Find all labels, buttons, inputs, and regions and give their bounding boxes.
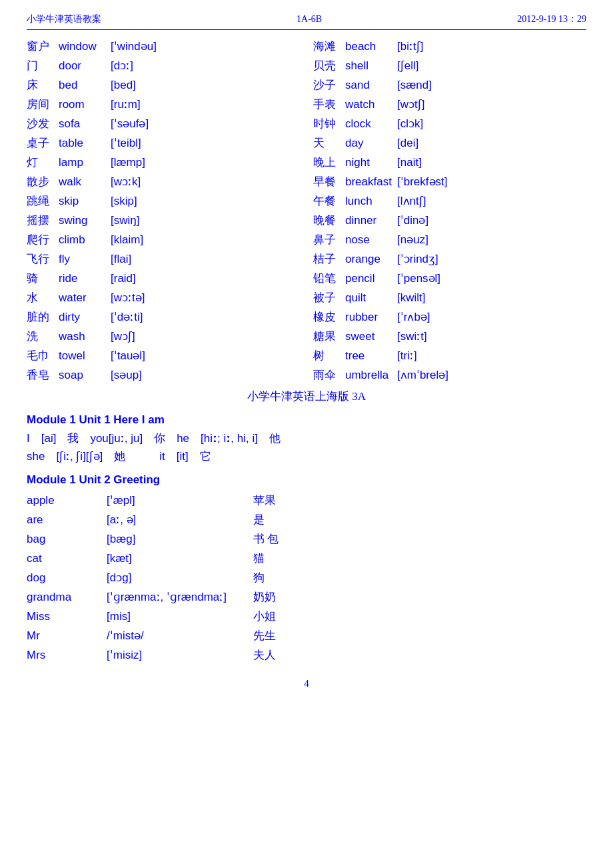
vocab-row-right: 树tree[triː] [313,346,586,365]
vocab-phon: [swiːt] [397,329,464,343]
vocab-zh: 糖果 [313,329,340,344]
v3a-zh: 奶奶 [253,589,276,605]
vocab-row-left: 门door[dɔː] [27,56,300,75]
vocab-zh: 鼻子 [313,232,340,247]
vocab-phon: [kwilt] [397,291,464,305]
vocab-phon: [nait] [397,156,464,169]
vocab-zh: 海滩 [313,39,340,54]
vocab-row-left: 散步walk[wɔːk] [27,172,300,191]
vocab-zh: 贝壳 [313,58,340,73]
vocab-en: quilt [345,291,392,305]
vocab-row-left: 骑ride[raid] [27,269,300,288]
vocab-row-right: 天day[dei] [313,133,586,153]
vocab-row-left: 房间room[ruːm] [27,95,300,114]
vocab-zh: 毛巾 [27,348,53,363]
vocab-phon: [wɔtʃ] [397,97,464,111]
vocab-row-left: 洗wash[wɔʃ] [27,327,300,346]
vocab-phon: [ˈwindəu] [111,39,177,53]
vocab-row-left: 沙发sofa[ˈsəufə] [27,114,300,133]
vocab-en: dinner [345,214,392,227]
vocab-phon: [swiŋ] [111,214,177,227]
vocab-phon: [ˈdinə] [397,213,464,227]
vocab-phon: [sænd] [397,79,464,92]
vocab-zh: 手表 [313,97,340,112]
module1-unit2-title: Module 1 Unit 2 Greeting [27,473,586,487]
vocab-en: night [345,156,392,169]
v3a-zh: 是 [253,512,265,527]
vocab3a-row: Mrs[ˈmisiz]夫人 [27,645,586,665]
vocab-en: window [59,40,105,53]
vocab-row-right: 晚餐dinner[ˈdinə] [313,211,586,230]
header-left: 小学牛津英语教案 [27,13,101,25]
vocab-row-right: 被子quilt[kwilt] [313,288,586,307]
vocab-en: beach [345,40,392,53]
vocab-en: swing [59,214,105,227]
vocab-zh: 门 [27,58,53,73]
v3a-zh: 夫人 [253,647,276,663]
v3a-zh: 书 包 [253,531,279,547]
vocab-phon: [ˈsəufə] [111,117,177,131]
vocab-phon: [ˈtauəl] [111,349,177,363]
vocab-en: nose [345,233,392,247]
vocab-zh: 洗 [27,329,53,344]
vocab-en: orange [345,253,392,266]
vocab-en: rubber [345,311,392,324]
vocab-en: sweet [345,330,392,343]
v3a-en: Mrs [27,649,107,662]
vocab-zh: 树 [313,348,340,363]
vocab-row-right: 桔子orange[ˈɔrindʒ] [313,249,586,269]
vocab-en: bed [59,79,105,92]
vocab-en: wash [59,330,105,343]
vocab-row-left: 爬行climb[klaim] [27,230,300,249]
vocab-zh: 香皂 [27,367,53,383]
vocab-en: shell [345,59,392,73]
vocab-phon: [dei] [397,137,464,150]
vocab-zh: 脏的 [27,309,53,325]
vocab-phon: [læmp] [111,156,177,169]
vocab-en: soap [59,369,105,382]
vocab-phon: [wɔːtə] [111,291,177,305]
vocab-phon: [bed] [111,79,177,92]
vocab-row-left: 毛巾towel[ˈtauəl] [27,346,300,365]
vocab-zh: 早餐 [313,174,340,189]
v3a-zh: 狗 [253,570,265,585]
page-header: 小学牛津英语教案 1A-6B 2012-9-19 13：29 [27,13,586,30]
vocab-row-right: 沙子sand[sænd] [313,75,586,95]
vocab-zh: 飞行 [27,251,53,267]
vocab-phon: [ˈteibl] [111,136,177,150]
vocab-en: table [59,137,105,150]
vocab-zh: 雨伞 [313,367,340,383]
vocab-en: water [59,291,105,305]
vocab-row-right: 手表watch[wɔtʃ] [313,95,586,114]
vocab-zh: 沙子 [313,77,340,93]
vocab-phon: [nəuz] [397,233,464,247]
vocab-zh: 晚餐 [313,213,340,228]
v3a-en: Mr [27,629,107,643]
v3a-phon: [kæt] [107,552,253,565]
v3a-phon: [aː, ə] [107,513,253,527]
vocab-row-right: 晚上night[nait] [313,153,586,172]
v3a-phon: [bæg] [107,533,253,546]
vocab-phon: [ˈdəːti] [111,310,177,324]
vocab-phon: [ˈɔrindʒ] [397,252,464,266]
vocab-row-right: 铅笔pencil[ˈpensəl] [313,269,586,288]
vocab-zh: 摇摆 [27,213,53,228]
phrase-row-1: I [ai] 我 you[juː, ju] 你 he [hiː; iː, hi,… [27,431,586,446]
vocab-row-right: 海滩beach[biːtʃ] [313,37,586,56]
vocab-en: climb [59,233,105,247]
vocab-en: fly [59,253,105,266]
vocab-row-left: 摇摆swing[swiŋ] [27,211,300,230]
vocab-zh: 骑 [27,271,53,286]
v3a-phon: [ˈæpl] [107,493,253,507]
vocab-zh: 爬行 [27,232,53,247]
vocab-zh: 跳绳 [27,193,53,209]
v3a-phon: [ˈmisiz] [107,648,253,662]
vocab-en: watch [345,98,392,111]
vocab-phon: [clɔk] [397,117,464,131]
vocab-phon: [klaim] [111,233,177,247]
v3a-phon: [mis] [107,610,253,623]
v3a-en: dog [27,571,107,585]
vocab-en: ride [59,272,105,285]
vocab-row-right: 时钟clock[clɔk] [313,114,586,133]
v3a-phon: [ˈɡrænmaː, ˈɡrændmaː] [107,590,253,604]
